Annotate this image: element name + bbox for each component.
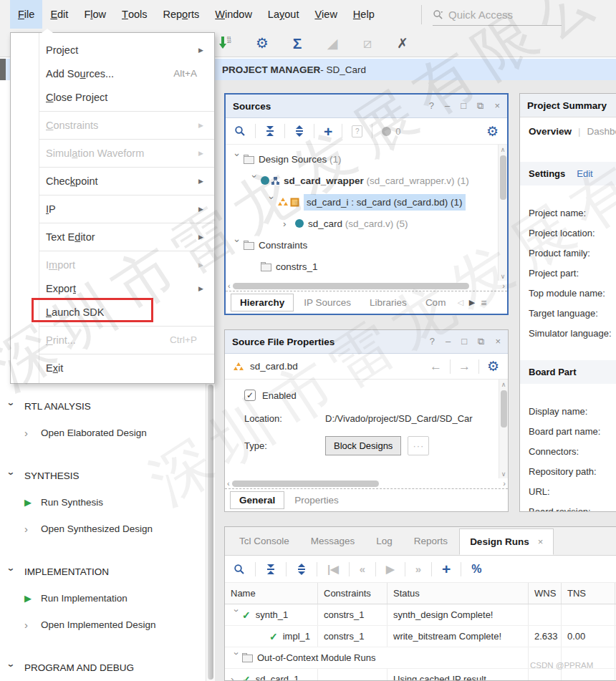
type-browse-button[interactable]: ··· bbox=[408, 436, 429, 455]
minimize-icon[interactable]: – bbox=[445, 100, 450, 112]
tabs-scroll-left-icon[interactable]: ◁ bbox=[457, 298, 463, 307]
menubar-item-window[interactable]: Window bbox=[207, 0, 260, 29]
menubar-item-reports[interactable]: Reports bbox=[155, 0, 207, 29]
tab-libraries[interactable]: Libraries bbox=[361, 294, 415, 311]
help-icon[interactable]: ? bbox=[430, 336, 435, 347]
table-row[interactable]: ›✓synth_1constrs_1synth_design Complete! bbox=[225, 604, 616, 626]
settings-gear-icon[interactable]: ⚙ bbox=[487, 358, 499, 375]
create-run-icon[interactable]: + bbox=[442, 561, 451, 576]
tab-tcl-console[interactable]: Tcl Console bbox=[229, 528, 299, 554]
column-header-status[interactable]: Status bbox=[388, 583, 529, 604]
scroll-up-icon[interactable]: ∧ bbox=[501, 380, 506, 389]
column-header-tns[interactable]: TNS bbox=[562, 583, 615, 604]
table-row[interactable]: ›Out-of-Context Module Runs bbox=[225, 647, 616, 669]
tree-row[interactable]: ›sd_card (sd_card.v) (5) bbox=[226, 213, 507, 234]
report-sigma-icon[interactable]: Σ bbox=[289, 36, 305, 51]
menu-item-text-editor[interactable]: Text Editor▶ bbox=[11, 225, 214, 248]
flow-item-open-synthesized-design[interactable]: ›Open Synthesized Design bbox=[0, 516, 206, 542]
tree-row[interactable]: ›sd_card_i : sd_card (sd_card.bd) (1) bbox=[226, 191, 507, 213]
flow-section-header[interactable]: ›RTL ANALYSIS bbox=[0, 393, 206, 420]
tab-hierarchy[interactable]: Hierarchy bbox=[231, 294, 294, 311]
sources-vscrollbar[interactable]: ∧∨ bbox=[498, 145, 507, 281]
menu-item-project[interactable]: Project▶ bbox=[11, 38, 214, 62]
chevron-down-icon[interactable]: › bbox=[232, 153, 243, 165]
chevron-down-icon[interactable]: › bbox=[231, 609, 242, 621]
tree-row[interactable]: ›Design Sources (1) bbox=[226, 148, 507, 170]
flow-item-run-implementation[interactable]: ▶Run Implementation bbox=[0, 585, 206, 612]
quick-access-search[interactable]: Quick Access bbox=[433, 4, 562, 26]
maximize-icon[interactable]: □ bbox=[461, 336, 467, 347]
tab-overview[interactable]: Overview bbox=[529, 126, 572, 137]
edit-link[interactable]: Edit bbox=[577, 168, 592, 179]
tab-properties[interactable]: Properties bbox=[286, 492, 347, 508]
tree-row[interactable]: ›Constraints bbox=[226, 234, 507, 256]
search-icon[interactable] bbox=[234, 125, 246, 137]
menu-item-add-sources[interactable]: Add Sources...Alt+A bbox=[11, 62, 214, 85]
scroll-right-icon[interactable]: › bbox=[502, 281, 505, 290]
float-icon[interactable]: ⧉ bbox=[478, 336, 484, 347]
help-icon[interactable]: ? bbox=[429, 100, 434, 112]
sfp-vscrollbar[interactable]: ∧ ∨ bbox=[499, 380, 508, 478]
sfp-hscrollbar[interactable]: ‹ › bbox=[225, 478, 508, 488]
chevron-down-icon[interactable]: › bbox=[249, 175, 260, 187]
tab-log[interactable]: Log bbox=[366, 528, 403, 554]
table-row[interactable]: ›✓sd_card_1Using cached IP result bbox=[225, 669, 616, 680]
scroll-down-icon[interactable]: ∨ bbox=[501, 469, 506, 478]
tabs-scroll-right-icon[interactable]: ▶ bbox=[469, 298, 475, 307]
add-sources-icon[interactable]: + bbox=[324, 124, 332, 139]
flow-item-run-synthesis[interactable]: ▶Run Synthesis bbox=[0, 489, 206, 516]
chevron-down-icon[interactable]: › bbox=[232, 239, 243, 251]
enabled-checkbox[interactable]: ✓ bbox=[244, 390, 256, 401]
generate-bitstream-icon[interactable]: 0110 bbox=[219, 36, 235, 50]
flow-item-open-elaborated-design[interactable]: ›Open Elaborated Design bbox=[0, 420, 206, 446]
tab-reports[interactable]: Reports bbox=[404, 528, 458, 554]
scroll-down-icon[interactable]: ∨ bbox=[501, 271, 506, 281]
close-icon[interactable]: × bbox=[494, 100, 500, 112]
tree-row[interactable]: ›sd_card_wrapper (sd_card_wrapper.v) (1) bbox=[226, 170, 507, 191]
menu-item-checkpoint[interactable]: Checkpoint▶ bbox=[11, 169, 214, 193]
run-progress-icon[interactable]: % bbox=[471, 563, 481, 576]
chevron-right-icon[interactable]: › bbox=[283, 218, 295, 229]
tabs-menu-icon[interactable]: ≡ bbox=[481, 297, 486, 309]
maximize-icon[interactable]: □ bbox=[461, 100, 466, 112]
menubar-item-help[interactable]: Help bbox=[345, 0, 382, 29]
menu-item-close-project[interactable]: Close Project bbox=[11, 85, 214, 109]
flow-section-header[interactable]: ›IMPLEMENTATION bbox=[0, 559, 206, 585]
collapse-all-icon[interactable] bbox=[266, 564, 276, 575]
menubar-item-file[interactable]: File bbox=[10, 0, 42, 29]
search-icon[interactable] bbox=[234, 564, 245, 575]
tab-general[interactable]: General bbox=[230, 491, 284, 509]
flow-section-header[interactable]: ›PROGRAM AND DEBUG bbox=[0, 655, 206, 681]
settings-gear-icon[interactable]: ⚙ bbox=[254, 36, 270, 50]
menu-item-export[interactable]: Export▶ bbox=[11, 276, 214, 300]
scroll-right-icon[interactable]: › bbox=[503, 479, 506, 488]
menu-item-ip[interactable]: IP▶ bbox=[11, 197, 214, 221]
menubar-item-edit[interactable]: Edit bbox=[42, 0, 76, 29]
menubar-item-tools[interactable]: Tools bbox=[114, 0, 155, 29]
menu-item-exit[interactable]: Exit bbox=[11, 356, 214, 380]
close-tab-icon[interactable]: × bbox=[538, 536, 544, 547]
menubar-item-layout[interactable]: Layout bbox=[260, 0, 307, 29]
type-value[interactable]: Block Designs bbox=[325, 436, 401, 455]
column-header-constraints[interactable]: Constraints bbox=[318, 583, 388, 604]
expand-all-icon[interactable] bbox=[294, 125, 304, 137]
settings-gear-icon[interactable]: ⚙ bbox=[486, 123, 499, 140]
tree-row[interactable]: constrs_1 bbox=[226, 256, 507, 277]
scroll-left-icon[interactable]: ‹ bbox=[227, 479, 230, 488]
close-icon[interactable]: × bbox=[495, 336, 501, 347]
tab-dashboard[interactable]: Dashboard bbox=[587, 126, 616, 137]
tab-messages[interactable]: Messages bbox=[301, 528, 365, 554]
scroll-up-icon[interactable]: ∧ bbox=[501, 145, 506, 154]
tab-com[interactable]: Com bbox=[417, 294, 455, 311]
float-icon[interactable]: ⧉ bbox=[477, 100, 483, 112]
minimize-icon[interactable]: – bbox=[446, 336, 451, 347]
chevron-down-icon[interactable]: › bbox=[266, 196, 277, 208]
column-header-wns[interactable]: WNS bbox=[529, 583, 562, 604]
tab-design-runs[interactable]: Design Runs× bbox=[459, 528, 554, 555]
flow-item-open-implemented-design[interactable]: ›Open Implemented Design bbox=[0, 612, 206, 638]
column-header-name[interactable]: Name bbox=[225, 583, 318, 604]
expand-all-icon[interactable] bbox=[297, 564, 307, 575]
table-row[interactable]: ✓impl_1constrs_1write_bitstream Complete… bbox=[225, 626, 616, 647]
chevron-right-icon[interactable]: › bbox=[231, 674, 242, 680]
collapse-all-icon[interactable] bbox=[265, 125, 275, 137]
